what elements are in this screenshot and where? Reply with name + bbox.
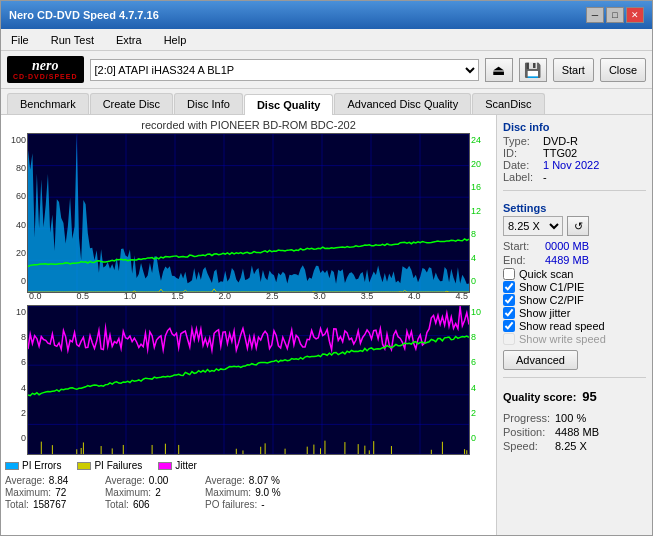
toolbar: nero CD·DVD/SPEED [2:0] ATAPI iHAS324 A … — [1, 51, 652, 89]
chart-area: recorded with PIONEER BD-ROM BDC-202 100… — [1, 115, 497, 535]
legend-pi-failures-label: PI Failures — [94, 460, 142, 471]
settings-title: Settings — [503, 202, 646, 214]
start-range-label: Start: — [503, 240, 541, 252]
pi-errors-avg-label: Average: — [5, 475, 45, 486]
legend-pi-failures-color — [77, 462, 91, 470]
disc-id-row: ID: TTG02 — [503, 147, 646, 159]
start-button[interactable]: Start — [553, 58, 594, 82]
settings-section: Settings 8.25 X ↺ Start: 0000 MB End: 44… — [503, 202, 646, 370]
show-jitter-row: Show jitter — [503, 307, 646, 319]
show-c1-pie-label: Show C1/PIE — [519, 281, 584, 293]
quality-score-label: Quality score: — [503, 391, 576, 403]
disc-id-label: ID: — [503, 147, 539, 159]
tab-disc-info[interactable]: Disc Info — [174, 93, 243, 114]
disc-date-row: Date: 1 Nov 2022 — [503, 159, 646, 171]
disc-label-value: - — [543, 171, 547, 183]
lower-canvas — [28, 306, 469, 454]
end-range-label: End: — [503, 254, 541, 266]
disc-type-value: DVD-R — [543, 135, 578, 147]
upper-chart — [27, 133, 470, 293]
disc-info-title: Disc info — [503, 121, 646, 133]
advanced-button[interactable]: Advanced — [503, 350, 578, 370]
end-range-value: 4489 MB — [545, 254, 589, 266]
progress-label: Progress: — [503, 412, 551, 424]
legend-pi-errors: PI Errors — [5, 460, 61, 471]
speed-selector[interactable]: 8.25 X — [503, 216, 563, 236]
legend-jitter: Jitter — [158, 460, 197, 471]
tab-bar: Benchmark Create Disc Disc Info Disc Qua… — [1, 89, 652, 115]
pi-errors-total: 158767 — [33, 499, 66, 510]
end-range-row: End: 4489 MB — [503, 254, 646, 266]
po-failures-label: PO failures: — [205, 499, 257, 510]
disc-label-row: Label: - — [503, 171, 646, 183]
main-content: recorded with PIONEER BD-ROM BDC-202 100… — [1, 115, 652, 535]
quick-scan-row: Quick scan — [503, 268, 646, 280]
pi-failures-stats: Average: 0.00 Maximum: 2 Total: 606 — [105, 475, 195, 510]
stats-area: Average: 8.84 Maximum: 72 Total: 158767 … — [5, 475, 492, 510]
start-range-value: 0000 MB — [545, 240, 589, 252]
menu-file[interactable]: File — [5, 32, 35, 48]
pi-errors-avg: 8.84 — [49, 475, 68, 486]
maximize-button[interactable]: □ — [606, 7, 624, 23]
position-label: Position: — [503, 426, 551, 438]
show-c1-pie-row: Show C1/PIE — [503, 281, 646, 293]
menu-extra[interactable]: Extra — [110, 32, 148, 48]
disc-label-label: Label: — [503, 171, 539, 183]
progress-section: Progress: 100 % Position: 4488 MB Speed:… — [503, 412, 646, 452]
tab-disc-quality[interactable]: Disc Quality — [244, 94, 334, 115]
chart-title: recorded with PIONEER BD-ROM BDC-202 — [5, 119, 492, 131]
pi-failures-max: 2 — [155, 487, 161, 498]
speed-row: 8.25 X ↺ — [503, 216, 646, 236]
legend-pi-errors-label: PI Errors — [22, 460, 61, 471]
legend-jitter-label: Jitter — [175, 460, 197, 471]
separator-2 — [503, 377, 646, 378]
drive-selector[interactable]: [2:0] ATAPI iHAS324 A BL1P — [90, 59, 479, 81]
speed-value-progress: 8.25 X — [555, 440, 587, 452]
save-button[interactable]: 💾 — [519, 58, 547, 82]
legend: PI Errors PI Failures Jitter — [5, 456, 492, 473]
lower-y-axis-right: 1086420 — [470, 305, 492, 445]
tab-advanced-disc-quality[interactable]: Advanced Disc Quality — [334, 93, 471, 114]
close-button[interactable]: ✕ — [626, 7, 644, 23]
show-c2-pif-checkbox[interactable] — [503, 294, 515, 306]
disc-info-section: Disc info Type: DVD-R ID: TTG02 Date: 1 … — [503, 121, 646, 183]
disc-type-label: Type: — [503, 135, 539, 147]
show-read-speed-label: Show read speed — [519, 320, 605, 332]
show-read-speed-checkbox[interactable] — [503, 320, 515, 332]
show-c2-pif-row: Show C2/PIF — [503, 294, 646, 306]
pi-errors-max: 72 — [55, 487, 66, 498]
legend-pi-failures: PI Failures — [77, 460, 142, 471]
progress-row: Progress: 100 % — [503, 412, 646, 424]
minimize-button[interactable]: ─ — [586, 7, 604, 23]
pi-errors-total-label: Total: — [5, 499, 29, 510]
lower-y-axis-left: 1086420 — [5, 305, 27, 445]
upper-y-axis-left: 100806040200 — [5, 133, 27, 288]
show-read-speed-row: Show read speed — [503, 320, 646, 332]
tab-benchmark[interactable]: Benchmark — [7, 93, 89, 114]
speed-label-progress: Speed: — [503, 440, 551, 452]
quick-scan-checkbox[interactable] — [503, 268, 515, 280]
separator-1 — [503, 190, 646, 191]
jitter-avg-label: Average: — [205, 475, 245, 486]
menu-run-test[interactable]: Run Test — [45, 32, 100, 48]
title-bar-left: Nero CD-DVD Speed 4.7.7.16 — [9, 9, 159, 21]
legend-pi-errors-color — [5, 462, 19, 470]
show-write-speed-checkbox[interactable] — [503, 333, 515, 345]
main-window: Nero CD-DVD Speed 4.7.7.16 ─ □ ✕ File Ru… — [0, 0, 653, 536]
progress-value: 100 % — [555, 412, 586, 424]
pi-failures-total-label: Total: — [105, 499, 129, 510]
start-range-row: Start: 0000 MB — [503, 240, 646, 252]
tab-scandisc[interactable]: ScanDisc — [472, 93, 544, 114]
close-button-toolbar[interactable]: Close — [600, 58, 646, 82]
show-c1-pie-checkbox[interactable] — [503, 281, 515, 293]
disc-date-value: 1 Nov 2022 — [543, 159, 599, 171]
eject-button[interactable]: ⏏ — [485, 58, 513, 82]
disc-type-row: Type: DVD-R — [503, 135, 646, 147]
show-jitter-checkbox[interactable] — [503, 307, 515, 319]
title-bar: Nero CD-DVD Speed 4.7.7.16 ─ □ ✕ — [1, 1, 652, 29]
menu-help[interactable]: Help — [158, 32, 193, 48]
nero-logo: nero CD·DVD/SPEED — [7, 56, 84, 83]
tab-create-disc[interactable]: Create Disc — [90, 93, 173, 114]
upper-canvas — [28, 134, 469, 292]
speed-refresh-button[interactable]: ↺ — [567, 216, 589, 236]
